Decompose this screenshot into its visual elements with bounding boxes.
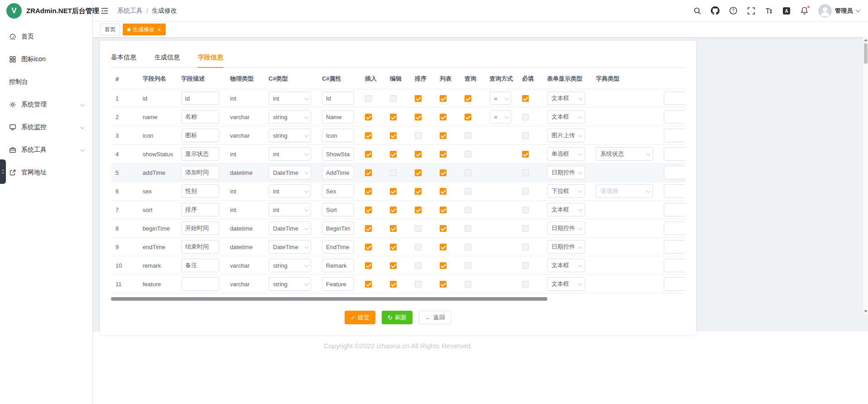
sidebar-item-system-tools[interactable]: 系统工具 [0,139,92,161]
back-button[interactable]: ← 返回 [419,311,451,324]
sort-checkbox[interactable] [415,132,422,139]
display-type-select[interactable]: 日期控件 [547,166,585,179]
display-type-select[interactable]: 文本框 [547,259,585,272]
query-checkbox[interactable] [465,132,471,139]
csharp-property-input[interactable] [322,110,354,124]
query-checkbox[interactable] [465,169,471,176]
submit-button[interactable]: ✓ 提交 [345,311,375,324]
required-checkbox[interactable] [522,95,529,102]
extra-input[interactable] [664,240,685,254]
required-checkbox[interactable] [522,281,529,288]
edit-checkbox[interactable] [390,132,397,139]
edit-checkbox[interactable] [390,244,397,250]
insert-checkbox[interactable] [365,188,372,195]
insert-checkbox[interactable] [365,151,372,158]
app-logo[interactable]: V ZRAdmin.NET后台管理 [0,0,92,22]
description-input[interactable] [181,259,219,272]
display-type-select[interactable]: 文本框 [547,203,585,216]
edit-checkbox[interactable] [390,169,397,176]
description-input[interactable] [181,203,219,216]
description-input[interactable] [181,147,219,161]
csharp-property-input[interactable] [322,166,354,179]
csharp-property-input[interactable] [322,147,354,161]
sidebar-item-system-management[interactable]: 系统管理 [0,93,92,116]
csharp-type-select[interactable]: DateTime [269,240,311,254]
insert-checkbox[interactable] [365,95,372,102]
list-checkbox[interactable] [440,262,446,269]
sort-checkbox[interactable] [415,188,422,195]
csharp-type-select[interactable]: int [269,147,311,161]
required-checkbox[interactable] [522,169,529,176]
insert-checkbox[interactable] [365,114,372,120]
display-type-select[interactable]: 下拉框 [547,184,585,198]
list-checkbox[interactable] [440,225,446,232]
extra-input[interactable] [664,221,685,235]
query-checkbox[interactable] [465,95,471,102]
query-method-select[interactable]: = [489,110,511,124]
insert-checkbox[interactable] [365,244,372,250]
vertical-scrollbar-thumb[interactable] [864,43,868,64]
insert-checkbox[interactable] [365,169,372,176]
csharp-property-input[interactable] [322,277,354,291]
sort-checkbox[interactable] [415,207,422,213]
sidebar-item-official-site[interactable]: 官网地址 [0,161,92,184]
font-size-icon[interactable] [765,7,773,15]
query-checkbox[interactable] [465,207,471,213]
github-icon[interactable] [711,6,719,15]
extra-input[interactable] [664,91,685,105]
edit-checkbox[interactable] [390,95,397,102]
extra-input[interactable] [664,166,685,179]
csharp-property-input[interactable] [322,203,354,216]
collapse-sidebar-icon[interactable] [100,6,109,15]
query-checkbox[interactable] [465,151,471,158]
required-checkbox[interactable] [522,225,529,232]
edit-checkbox[interactable] [390,188,397,195]
list-checkbox[interactable] [440,114,446,120]
extra-input[interactable] [664,184,685,198]
list-checkbox[interactable] [440,151,446,158]
sort-checkbox[interactable] [415,151,422,158]
close-tag-icon[interactable]: × [158,27,161,33]
required-checkbox[interactable] [522,151,529,158]
insert-checkbox[interactable] [365,132,372,139]
required-checkbox[interactable] [522,207,529,213]
dict-type-select[interactable]: 请选择 [596,184,653,198]
query-checkbox[interactable] [465,114,471,120]
required-checkbox[interactable] [522,188,529,195]
insert-checkbox[interactable] [365,281,372,288]
list-checkbox[interactable] [440,207,446,213]
sidebar-item-system-monitor[interactable]: 系统监控 [0,116,92,139]
extra-input[interactable] [664,277,685,291]
display-type-select[interactable]: 文本框 [547,110,585,124]
display-type-select[interactable]: 日期控件 [547,221,585,235]
sort-checkbox[interactable] [415,262,422,269]
sort-checkbox[interactable] [415,169,422,176]
required-checkbox[interactable] [522,244,529,250]
description-input[interactable] [181,91,219,105]
edit-checkbox[interactable] [390,207,397,213]
list-checkbox[interactable] [440,281,446,288]
csharp-type-select[interactable]: int [269,184,311,198]
insert-checkbox[interactable] [365,225,372,232]
description-input[interactable] [181,221,219,235]
description-input[interactable] [181,240,219,254]
sort-checkbox[interactable] [415,114,422,120]
description-input[interactable] [181,110,219,124]
fullscreen-icon[interactable] [747,7,755,15]
list-checkbox[interactable] [440,244,446,250]
sort-checkbox[interactable] [415,225,422,232]
csharp-type-select[interactable]: string [269,110,311,124]
user-menu[interactable]: 管理员 [818,4,859,18]
list-checkbox[interactable] [440,169,446,176]
notification-bell-icon[interactable] [800,6,809,15]
csharp-property-input[interactable] [322,129,354,142]
csharp-property-input[interactable] [322,259,354,272]
description-input[interactable] [181,184,219,198]
csharp-type-select[interactable]: string [269,259,311,272]
display-type-select[interactable]: 日期控件 [547,240,585,254]
insert-checkbox[interactable] [365,207,372,213]
query-checkbox[interactable] [465,262,471,269]
tab-field-info[interactable]: 字段信息 [198,47,223,67]
csharp-property-input[interactable] [322,91,354,105]
list-checkbox[interactable] [440,132,446,139]
